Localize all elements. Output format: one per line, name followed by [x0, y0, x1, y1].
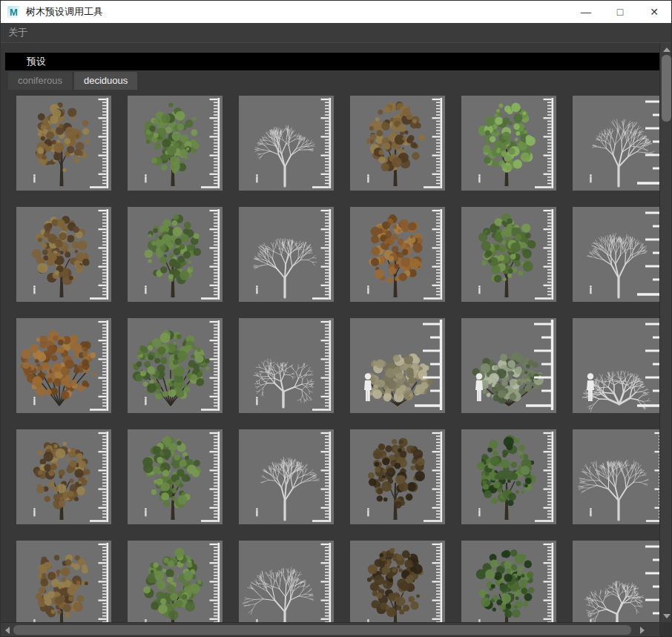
window-controls: — □ ✕ — [569, 1, 671, 23]
tab-coniferous[interactable]: coniferous — [8, 72, 72, 90]
horizontal-scrollbar[interactable] — [1, 622, 659, 637]
tree-thumbnail-r1c2[interactable] — [128, 96, 223, 191]
menu-about[interactable]: 关于 — [1, 26, 35, 39]
tab-deciduous[interactable]: deciduous — [74, 72, 137, 90]
tree-thumbnail-r3c1[interactable] — [16, 318, 111, 413]
tree-thumbnail-r1c6[interactable] — [573, 96, 659, 191]
tree-thumbnail-r2c4[interactable] — [350, 207, 445, 302]
tree-thumbnail-r3c2[interactable] — [128, 318, 223, 413]
scroll-up-arrow-icon[interactable] — [660, 44, 672, 55]
tree-thumbnail-r4c3[interactable] — [239, 429, 334, 524]
minimize-button[interactable]: — — [569, 1, 603, 23]
tree-thumbnail-r2c5[interactable] — [461, 207, 556, 302]
tree-thumbnail-r2c3[interactable] — [239, 207, 334, 302]
tree-thumbnail-r1c5[interactable] — [461, 96, 556, 191]
tree-thumbnail-r3c5[interactable] — [461, 318, 556, 413]
maximize-icon: □ — [617, 7, 623, 17]
tab-bar: coniferousdeciduous — [8, 72, 139, 90]
main-area: 预设 coniferousdeciduous — [1, 43, 672, 637]
scroll-right-arrow-icon[interactable] — [636, 623, 648, 637]
presets-header-label: 预设 — [27, 56, 46, 67]
tree-thumbnail-r5c1[interactable] — [16, 541, 111, 622]
vertical-scrollbar[interactable] — [659, 43, 672, 622]
tree-thumbnail-r4c4[interactable] — [350, 429, 445, 524]
tree-thumbnail-r5c6[interactable] — [573, 541, 659, 622]
tree-thumbnail-r4c2[interactable] — [128, 429, 223, 524]
tree-thumbnail-r4c1[interactable] — [16, 429, 111, 524]
close-icon: ✕ — [650, 7, 659, 17]
tree-thumbnail-r2c6[interactable] — [573, 207, 659, 302]
menubar: 关于 — [1, 23, 671, 43]
minimize-icon: — — [581, 7, 591, 17]
scroll-left-arrow-icon[interactable] — [1, 623, 13, 637]
horizontal-scrollbar-thumb[interactable] — [13, 625, 631, 635]
scroll-down-arrow-icon[interactable] — [660, 610, 672, 621]
titlebar: M 树木预设调用工具 — □ ✕ — [1, 1, 671, 23]
3dsmax-app-icon: M — [7, 6, 20, 19]
tree-thumbnail-r5c3[interactable] — [239, 541, 334, 622]
tree-thumbnail-r5c5[interactable] — [461, 541, 556, 622]
tree-thumbnail-r4c5[interactable] — [461, 429, 556, 524]
tree-thumbnail-r1c4[interactable] — [350, 96, 445, 191]
tree-thumbnail-r1c3[interactable] — [239, 96, 334, 191]
vertical-scrollbar-thumb[interactable] — [662, 55, 671, 122]
tree-thumbnail-r2c2[interactable] — [128, 207, 223, 302]
tree-thumbnail-r2c1[interactable] — [16, 207, 111, 302]
close-button[interactable]: ✕ — [637, 1, 671, 23]
preset-grid-viewport — [1, 96, 659, 622]
presets-header: 预设 — [5, 53, 659, 70]
app-window: M 树木预设调用工具 — □ ✕ 关于 预设 coniferousdeciduo… — [0, 0, 672, 637]
scrollbar-corner — [659, 622, 672, 637]
maximize-button[interactable]: □ — [603, 1, 637, 23]
tree-thumbnail-r4c6[interactable] — [573, 429, 659, 524]
tree-thumbnail-r3c4[interactable] — [350, 318, 445, 413]
tree-thumbnail-r1c1[interactable] — [16, 96, 111, 191]
tree-thumbnail-r5c2[interactable] — [128, 541, 223, 622]
preset-grid — [1, 96, 659, 622]
tree-thumbnail-r5c4[interactable] — [350, 541, 445, 622]
window-title: 树木预设调用工具 — [26, 5, 103, 19]
tree-thumbnail-r3c6[interactable] — [573, 318, 659, 413]
tree-thumbnail-r3c3[interactable] — [239, 318, 334, 413]
